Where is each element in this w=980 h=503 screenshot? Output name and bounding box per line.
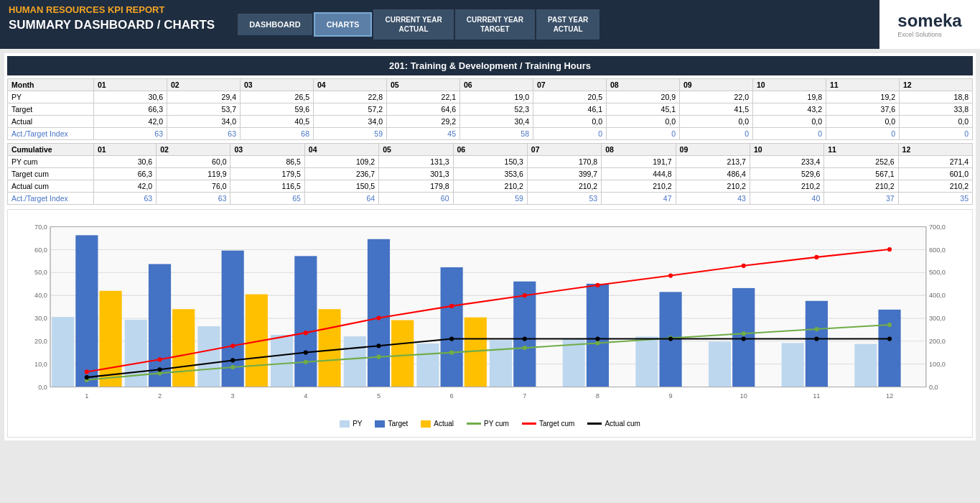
cell-value: 210,2 [602,180,676,193]
cell-value: 0,0 [533,116,607,128]
legend-item: Target cum [522,420,574,428]
cell-value: 22,0 [680,91,753,103]
svg-rect-37 [271,335,293,387]
cell-value: 131,3 [379,156,453,168]
cell-value: 22,1 [387,91,460,103]
cell-value: 170,8 [527,156,601,168]
cell-value: 57,2 [314,103,387,116]
cell-value: 37 [824,193,898,205]
bar-line-chart: 0,00,010,0100,020,0200,030,0300,040,0400… [14,216,966,417]
svg-text:200,0: 200,0 [929,338,946,345]
cell-value: 37,6 [826,103,900,116]
tab-past-year-actual[interactable]: PAST YEARACTUAL [536,9,599,40]
legend-label: Target [388,420,408,428]
legend-label: Actual cum [605,420,640,428]
svg-text:600,0: 600,0 [929,246,946,253]
cell-value: 68 [241,128,314,140]
tab-current-year-actual[interactable]: CURRENT YEARACTUAL [373,9,453,40]
svg-text:50,0: 50,0 [34,269,47,276]
legend-color-box [421,420,431,428]
legend-color-line [522,423,536,425]
col-04: 04 [314,79,387,91]
cell-value: 0 [680,128,753,140]
cell-value: 0 [900,128,973,140]
svg-text:20,0: 20,0 [34,338,47,345]
col-11: 11 [826,79,900,91]
svg-text:100,0: 100,0 [929,361,946,368]
svg-rect-39 [318,309,340,387]
svg-text:60,0: 60,0 [34,246,47,253]
table-row: Target66,353,759,657,264,652,346,145,141… [8,103,973,116]
row-label: PY [8,91,94,103]
row-label: PY cum [8,156,94,168]
cell-value: 29,4 [167,91,241,103]
cell-value: 19,8 [753,91,826,103]
cell-value: 191,7 [602,156,676,168]
cell-value: 601,0 [898,168,972,180]
svg-text:10: 10 [740,392,747,400]
legend-item: Actual cum [587,420,640,428]
tab-charts[interactable]: CHARTS [314,12,373,37]
svg-text:500,0: 500,0 [929,269,946,276]
cell-value: 45,1 [607,103,680,116]
svg-text:8: 8 [596,392,599,400]
table-row: PY cum30,660,086,5109,2131,3150,3170,819… [8,156,973,168]
svg-text:9: 9 [669,392,673,400]
table-row: Act./Target Index63636564605953474340373… [8,193,973,205]
svg-rect-65 [782,343,804,387]
svg-text:1: 1 [85,392,88,400]
table-row: Target cum66,3119,9179,5236,7301,3353,63… [8,168,973,180]
cell-value: 40,5 [241,116,314,128]
svg-rect-69 [854,344,877,387]
cell-value: 19,0 [460,91,533,103]
nav-tabs: DASHBOARD CHARTS CURRENT YEARACTUAL CURR… [238,0,599,49]
row-label: Target cum [8,168,94,180]
legend-item: PY [340,420,362,428]
cell-value: 0,0 [607,116,680,128]
cell-value: 0 [753,128,826,140]
cell-value: 0,0 [826,116,900,128]
cell-value: 63 [94,193,157,205]
svg-rect-46 [441,267,463,387]
cell-value: 42,0 [94,180,157,193]
svg-rect-53 [563,339,585,387]
cell-value: 252,6 [824,156,898,168]
header-titles: HUMAN RESOURCES KPI REPORT SUMMARY DASHB… [0,0,223,49]
cell-value: 0,0 [680,116,753,128]
cell-value: 444,8 [602,168,676,180]
cell-value: 63 [94,128,167,140]
tab-dashboard[interactable]: DASHBOARD [238,14,312,35]
legend-item: Actual [421,420,454,428]
cell-value: 26,5 [241,91,314,103]
legend-label: PY [353,420,362,428]
svg-rect-57 [635,336,658,387]
tab-current-year-target[interactable]: CURRENT YEARTARGET [455,9,535,40]
row-label: Target [8,103,94,116]
cell-value: 0 [533,128,607,140]
row-label: Actual cum [8,180,94,193]
cell-value: 63 [157,193,230,205]
monthly-table: Month 01 02 03 04 05 06 07 08 09 10 11 1… [7,78,973,140]
logo-sub: Excel Solutions [897,31,961,38]
legend-color-line [467,423,481,425]
svg-text:6: 6 [450,392,454,400]
svg-text:700,0: 700,0 [929,223,946,231]
svg-text:11: 11 [813,392,820,400]
cell-value: 116,5 [230,180,304,193]
svg-rect-70 [878,310,900,387]
cell-value: 40 [750,193,823,205]
cell-value: 59,6 [241,103,314,116]
table-row: Actual cum42,076,0116,5150,5179,8210,221… [8,180,973,193]
col-02: 02 [167,79,241,91]
table-row: Actual42,034,040,534,029,230,40,00,00,00… [8,116,973,128]
svg-rect-43 [391,320,414,387]
svg-rect-31 [172,309,195,387]
col-10: 10 [753,79,826,91]
cell-value: 18,8 [900,91,973,103]
cell-value: 45 [387,128,460,140]
svg-text:70,0: 70,0 [34,223,47,231]
cell-value: 33,8 [900,103,973,116]
legend-color-box [340,420,350,428]
cell-value: 29,2 [387,116,460,128]
svg-text:0,0: 0,0 [929,384,938,391]
